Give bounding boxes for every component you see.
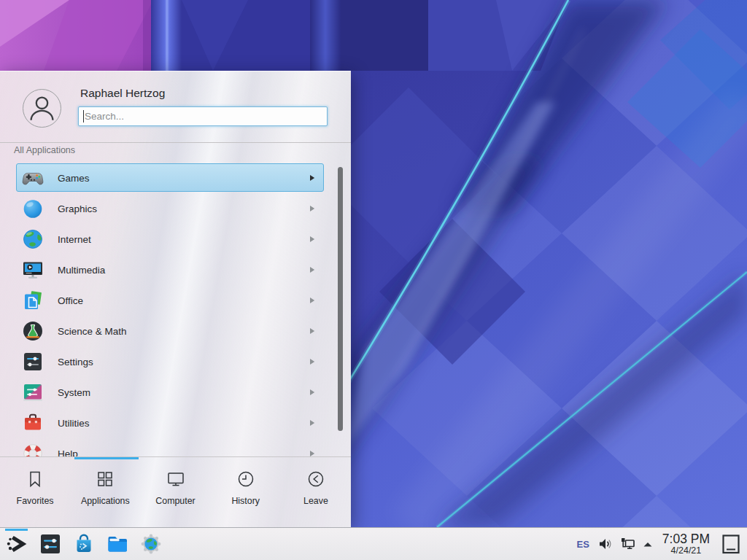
- search-field-wrap: [78, 106, 328, 126]
- submenu-arrow-icon: [309, 450, 316, 456]
- category-label: System: [58, 387, 90, 398]
- tab-label: History: [231, 496, 260, 506]
- category-label: Graphics: [58, 203, 97, 214]
- graphics-icon: [21, 197, 44, 220]
- science-math-icon: [21, 319, 44, 343]
- tab-label: Favorites: [17, 496, 54, 506]
- category-label: Internet: [58, 234, 91, 245]
- games-icon: [21, 166, 44, 190]
- submenu-arrow-icon: [309, 327, 316, 335]
- text-caret: [83, 110, 84, 122]
- category-list: Games Graphics: [0, 161, 351, 456]
- system-tray: ES 7:03 PM 4/24/21: [575, 529, 747, 559]
- tab-favorites[interactable]: Favorites: [0, 459, 70, 528]
- submenu-arrow-icon: [309, 297, 316, 304]
- settings-icon: [21, 350, 44, 373]
- user-avatar[interactable]: [23, 89, 61, 128]
- launcher-tab-bar: Favorites Applications Computer History: [0, 459, 351, 528]
- application-launcher-icon: [5, 532, 28, 556]
- tab-label: Leave: [303, 496, 328, 506]
- web-browser-button[interactable]: [139, 532, 163, 556]
- tab-applications[interactable]: Applications: [70, 459, 140, 528]
- discover-icon: [72, 532, 96, 556]
- tab-label: Computer: [155, 496, 195, 506]
- volume-icon[interactable]: [597, 537, 613, 551]
- category-label: Office: [58, 295, 83, 306]
- digital-clock[interactable]: 7:03 PM 4/24/21: [659, 532, 713, 556]
- system-settings-button[interactable]: [39, 532, 62, 556]
- submenu-arrow-icon: [309, 266, 316, 273]
- category-row-games[interactable]: Games: [0, 163, 351, 193]
- submenu-arrow-icon: [309, 419, 316, 427]
- file-manager-icon: [106, 532, 129, 556]
- show-desktop-button[interactable]: [719, 529, 743, 559]
- tab-label: Applications: [81, 496, 130, 506]
- category-label: Games: [58, 173, 90, 184]
- internet-icon: [21, 228, 44, 251]
- applications-grid-icon: [96, 469, 115, 489]
- submenu-arrow-icon: [309, 389, 316, 396]
- system-icon: [21, 381, 44, 404]
- submenu-arrow-icon: [309, 174, 316, 182]
- help-icon: [21, 442, 44, 456]
- category-row-multimedia[interactable]: Multimedia: [0, 254, 351, 285]
- submenu-arrow-icon: [309, 358, 316, 365]
- utilities-icon: [21, 411, 44, 435]
- category-row-system[interactable]: System: [0, 377, 351, 408]
- clock-time: 7:03 PM: [662, 532, 710, 546]
- desktop: Raphael Hertzog All Applications Games: [0, 0, 747, 560]
- category-label: Utilities: [58, 418, 90, 429]
- system-settings-icon: [39, 532, 62, 556]
- search-input[interactable]: [78, 106, 328, 126]
- submenu-arrow-icon: [309, 236, 316, 243]
- category-row-office[interactable]: Office: [0, 285, 351, 316]
- history-clock-icon: [236, 469, 255, 489]
- header-separator: [0, 142, 351, 143]
- category-label: Multimedia: [58, 265, 105, 276]
- pinned-apps: [5, 532, 163, 556]
- list-scrollbar[interactable]: [338, 167, 343, 431]
- tab-leave[interactable]: Leave: [281, 459, 351, 528]
- section-label: All Applications: [14, 145, 75, 155]
- show-desktop-icon: [721, 534, 740, 555]
- tab-history[interactable]: History: [211, 459, 281, 528]
- multimedia-icon: [21, 258, 44, 281]
- expand-tray-icon[interactable]: [643, 541, 653, 548]
- application-launcher-button[interactable]: [5, 532, 28, 556]
- tab-computer[interactable]: Computer: [140, 459, 210, 528]
- leave-icon: [306, 469, 325, 489]
- category-label: Help: [58, 448, 78, 457]
- file-manager-button[interactable]: [106, 532, 129, 556]
- launcher-active-indicator: [5, 529, 28, 531]
- category-row-internet[interactable]: Internet: [0, 224, 351, 254]
- category-row-graphics[interactable]: Graphics: [0, 193, 351, 224]
- user-name: Raphael Hertzog: [80, 87, 165, 100]
- network-icon[interactable]: [619, 537, 636, 551]
- discover-button[interactable]: [72, 532, 96, 556]
- favorites-bookmark-icon: [26, 469, 44, 489]
- category-row-utilities[interactable]: Utilities: [0, 408, 351, 438]
- submenu-arrow-icon: [309, 205, 316, 212]
- category-row-help[interactable]: Help: [0, 438, 351, 456]
- category-label: Settings: [58, 357, 93, 368]
- clock-date: 4/24/21: [662, 546, 710, 556]
- category-row-settings[interactable]: Settings: [0, 346, 351, 377]
- category-row-science-math[interactable]: Science & Math: [0, 316, 351, 346]
- keyboard-layout-indicator[interactable]: ES: [575, 539, 590, 550]
- web-browser-globe-gear-icon: [139, 532, 163, 556]
- category-label: Science & Math: [58, 326, 127, 337]
- application-launcher-menu: Raphael Hertzog All Applications Games: [0, 71, 351, 527]
- tabbar-separator: [0, 456, 351, 457]
- computer-monitor-icon: [166, 469, 185, 489]
- office-icon: [21, 289, 44, 312]
- taskbar-panel: ES 7:03 PM 4/24/21: [0, 527, 747, 560]
